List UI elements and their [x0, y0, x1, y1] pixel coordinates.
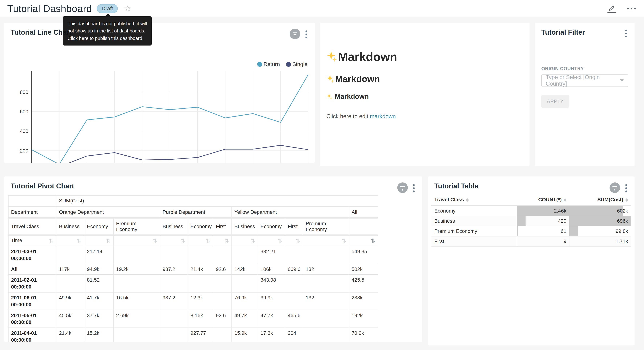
origin-country-label: ORIGIN COUNTRY: [541, 66, 584, 72]
pivot-cell: 343.98: [258, 274, 285, 292]
pivot-cell: [160, 246, 188, 264]
table-row: Economy2.46k602k: [432, 206, 631, 216]
filter-card: Tutorial Filter ORIGIN COUNTRY Type or S…: [535, 23, 634, 166]
pivot-row-label: 2011-03-01 00:00:00: [8, 246, 56, 264]
pivot-cell: [213, 328, 232, 342]
favorite-star-icon[interactable]: ☆: [124, 4, 132, 13]
pivot-row-label: 2011-05-01 00:00:00: [8, 310, 56, 328]
pivot-cell: [114, 274, 160, 292]
pivot-cell: 15.9k: [232, 328, 258, 342]
pivot-cell: 8.16k: [188, 310, 213, 328]
pivot-cell: [303, 310, 349, 328]
edit-markdown-link[interactable]: markdown: [370, 113, 396, 120]
pivot-cell: 17.3k: [258, 328, 285, 342]
pivot-sort-cell: ⇅: [285, 235, 303, 246]
pencil-icon: [608, 4, 616, 12]
more-options-icon[interactable]: [626, 6, 638, 11]
chart-kebab-menu-icon[interactable]: [624, 183, 628, 193]
table-cell: 99.8k: [569, 226, 631, 236]
value-bar: [569, 206, 622, 216]
column-header[interactable]: COUNT(*): [517, 194, 569, 206]
filter-kebab-menu-icon[interactable]: [624, 28, 628, 38]
sparkles-icon: [326, 94, 333, 100]
table-cell: 9: [517, 236, 569, 246]
draft-badge[interactable]: Draft: [97, 4, 118, 13]
pivot-row: 2011-03-01 00:00:00217.14332.21549.35: [8, 246, 378, 264]
filter-badge-icon[interactable]: [609, 182, 620, 194]
pivot-cell: 81.52: [84, 274, 114, 292]
column-header[interactable]: Travel Class: [432, 194, 517, 206]
line-chart-title: Tutorial Line Chart: [11, 28, 72, 36]
tooltip-line: This dashboard is not published, it will: [68, 20, 147, 27]
sort-icon[interactable]: ⇅: [371, 238, 375, 244]
data-table: Travel ClassCOUNT(*)SUM(Cost)Economy2.46…: [432, 194, 631, 247]
value-bar: [517, 226, 518, 236]
pivot-subcol-header: Premium Economy: [303, 218, 349, 235]
table-card-title: Tutorial Table: [434, 182, 478, 190]
pivot-subcol-header: Business: [160, 218, 188, 235]
legend-label: Single: [292, 61, 308, 67]
pivot-cell: 92.6: [213, 264, 232, 275]
pivot-cell: 142k: [232, 264, 258, 275]
table-cell: 2.46k: [517, 206, 569, 216]
pivot-cell: 94.9k: [84, 264, 114, 275]
pivot-time-header: Time⇅: [8, 235, 56, 246]
chart-legend: ReturnSingle: [257, 61, 308, 67]
markdown-card: Markdown Markdown Markdown Click here to…: [320, 23, 530, 166]
pivot-cell: 41.7k: [84, 292, 114, 310]
table-cell: First: [432, 236, 517, 246]
legend-dot-icon: [257, 62, 262, 67]
column-header[interactable]: SUM(Cost): [569, 194, 631, 206]
pivot-cell: 937.2: [160, 264, 188, 275]
sort-icon[interactable]: ⇅: [296, 238, 300, 244]
table-cell: Premium Economy: [432, 226, 517, 236]
pivot-cell: 45.5k: [56, 310, 84, 328]
pivot-cell: 132: [303, 292, 349, 310]
chart-kebab-menu-icon[interactable]: [304, 30, 308, 39]
pivot-subcol-header: First: [285, 218, 303, 235]
line-chart-plot[interactable]: FebruaryMarchAprilMayJuneJulyAugustSepte…: [11, 69, 309, 163]
pivot-cell: 70.9k: [349, 328, 378, 342]
apply-button[interactable]: APPLY: [541, 95, 569, 108]
pivot-col-header: Department: [8, 206, 56, 218]
pivot-cell: [285, 274, 303, 292]
sort-icon[interactable]: ⇅: [278, 238, 282, 244]
legend-item-return[interactable]: Return: [257, 61, 280, 67]
pivot-cell: 192k: [349, 310, 378, 328]
sort-icon[interactable]: ⇅: [342, 238, 346, 244]
sort-icon[interactable]: ⇅: [77, 238, 82, 244]
sort-icon[interactable]: ⇅: [106, 238, 111, 244]
pivot-row: 2011-02-01 00:00:0081.52343.98425.5: [8, 274, 378, 292]
pivot-cell: [303, 246, 349, 264]
sort-icon[interactable]: ⇅: [49, 238, 54, 244]
pivot-cell: 47.7k: [258, 310, 285, 328]
pivot-cell: [303, 328, 349, 342]
pivot-cell: 76.9k: [232, 292, 258, 310]
pivot-cell: 332.21: [258, 246, 285, 264]
table-row: Premium Economy6199.8k: [432, 226, 631, 236]
sort-icon[interactable]: ⇅: [180, 238, 185, 244]
chart-kebab-menu-icon[interactable]: [412, 183, 416, 193]
filter-badge-icon[interactable]: [397, 182, 408, 194]
pivot-group-header: All: [349, 206, 378, 218]
origin-country-select[interactable]: Type or Select [Origin Country]: [541, 74, 628, 87]
y-axis-label: 400: [20, 128, 28, 134]
pivot-subcol-header: Premium Economy: [114, 218, 160, 235]
sort-icon[interactable]: ⇅: [224, 238, 229, 244]
pivot-cell: [56, 246, 84, 264]
sort-icon[interactable]: ⇅: [250, 238, 255, 244]
legend-item-single[interactable]: Single: [286, 61, 308, 67]
table-row: Business420696k: [432, 216, 631, 226]
pivot-cell: [188, 246, 213, 264]
pivot-row-label: 2011-06-01 00:00:00: [8, 292, 56, 310]
table-cell: 61: [517, 226, 569, 236]
pivot-chart-title: Tutorial Pivot Chart: [11, 182, 74, 190]
pivot-cell: 117k: [56, 264, 84, 275]
pivot-cell: [160, 274, 188, 292]
series-line-single: [59, 145, 308, 163]
sort-icon[interactable]: ⇅: [206, 238, 210, 244]
table-cell: 602k: [569, 206, 631, 216]
sort-icon[interactable]: ⇅: [152, 238, 157, 244]
edit-dashboard-button[interactable]: [607, 4, 616, 13]
filter-badge-icon[interactable]: [290, 28, 300, 40]
